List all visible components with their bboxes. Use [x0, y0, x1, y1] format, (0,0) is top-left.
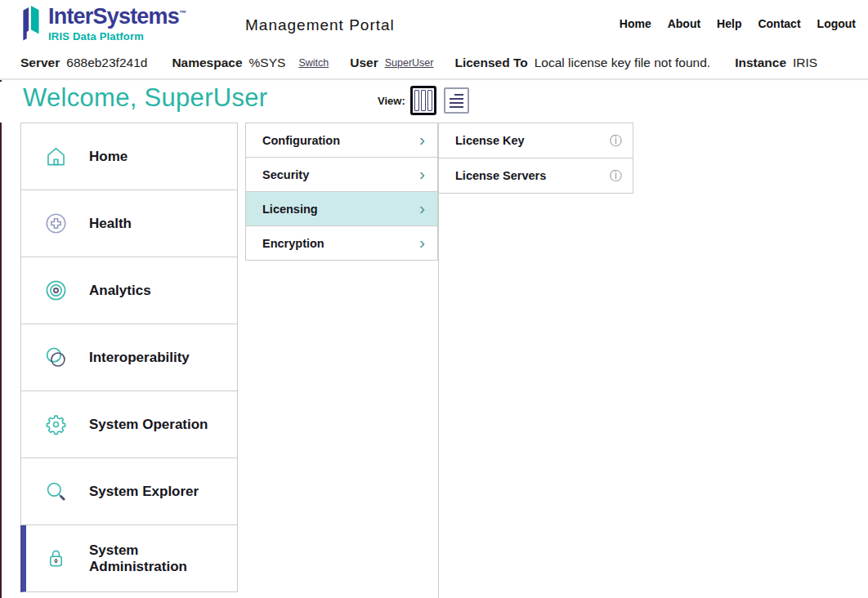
info-icon[interactable]: ⓘ [610, 168, 622, 184]
brand-name: InterSystems™ [48, 6, 186, 28]
sidebar-item-label: System Administration [89, 542, 237, 575]
sidebar-item-label: Analytics [89, 283, 151, 299]
chevron-right-icon: › [419, 131, 425, 148]
sidebar-item-home[interactable]: Home [20, 123, 238, 190]
nav-contact-link[interactable]: Contact [758, 17, 800, 30]
columns-view-icon[interactable] [410, 86, 436, 115]
nav-home-link[interactable]: Home [620, 17, 651, 30]
sidebar-item-system-explorer[interactable]: System Explorer [20, 458, 238, 525]
gear-icon [43, 412, 69, 437]
app-header: InterSystems™ IRIS Data Platform Managem… [0, 0, 868, 47]
namespace-value: %SYS [249, 56, 286, 70]
submenu-item-label: Configuration [262, 134, 340, 147]
brand-tagline: IRIS Data Platform [48, 30, 186, 42]
submenu-item-label: Security [262, 168, 309, 181]
trademark-symbol: ™ [179, 9, 186, 17]
info-icon[interactable]: ⓘ [610, 133, 622, 149]
lock-icon [43, 546, 69, 571]
view-label: View: [378, 95, 405, 107]
list-view-icon[interactable] [444, 87, 469, 114]
sidebar-item-health[interactable]: Health [20, 190, 238, 257]
server-value: 688eb23f241d [66, 56, 147, 70]
top-nav: Home About Help Contact Logout [620, 17, 856, 30]
detail-item-license-servers[interactable]: License Servers ⓘ [439, 158, 633, 194]
namespace-label: Namespace [172, 56, 242, 70]
sidebar-item-label: Interoperability [89, 350, 190, 366]
intersystems-logo-icon [18, 6, 43, 42]
page-title: Management Portal [245, 16, 395, 34]
chevron-right-icon: › [419, 234, 425, 251]
instance-value: IRIS [793, 56, 817, 70]
sidebar-item-system-administration[interactable]: System Administration [20, 525, 238, 592]
nav-about-link[interactable]: About [668, 17, 700, 30]
submenu-item-label: Licensing [262, 203, 318, 216]
sidebar-item-system-operation[interactable]: System Operation [20, 391, 238, 458]
capture-edge-left [0, 80, 2, 598]
sidebar-item-label: Health [89, 216, 132, 232]
user-profile-link[interactable]: SuperUser [385, 57, 434, 69]
main-menu: Home Health Analytics Interopera [20, 123, 238, 592]
server-label: Server [20, 56, 60, 70]
sidebar-item-label: Home [89, 149, 128, 165]
nav-logout-link[interactable]: Logout [817, 17, 856, 30]
welcome-bar: Welcome, SuperUser View: [0, 82, 868, 123]
column-divider [438, 123, 439, 598]
view-controls: View: [378, 86, 469, 115]
health-icon [43, 211, 69, 236]
sidebar-item-label: System Operation [89, 417, 208, 433]
user-label: User [350, 56, 378, 70]
detail-item-label: License Key [455, 134, 525, 147]
analytics-icon [43, 278, 69, 303]
submenu-item-configuration[interactable]: Configuration › [245, 123, 438, 158]
licensing-submenu: License Key ⓘ License Servers ⓘ [439, 123, 633, 194]
licensed-to-value: Local license key file not found. [535, 56, 710, 70]
instance-label: Instance [735, 56, 786, 70]
chevron-right-icon: › [419, 199, 425, 216]
sidebar-item-analytics[interactable]: Analytics [20, 257, 238, 324]
licensed-to-label: Licensed To [454, 56, 527, 70]
magnifier-icon [43, 479, 69, 504]
welcome-heading: Welcome, SuperUser [23, 83, 267, 113]
detail-item-license-key[interactable]: License Key ⓘ [439, 123, 633, 158]
home-icon [43, 144, 69, 169]
sidebar-item-label: System Explorer [89, 484, 199, 500]
administration-submenu: Configuration › Security › Licensing › E… [245, 123, 438, 261]
interoperability-icon [43, 345, 69, 370]
switch-namespace-link[interactable]: Switch [298, 57, 329, 69]
submenu-item-label: Encryption [262, 237, 324, 250]
submenu-item-encryption[interactable]: Encryption › [245, 226, 438, 261]
detail-item-label: License Servers [455, 169, 546, 182]
nav-help-link[interactable]: Help [717, 17, 741, 30]
sidebar-item-interoperability[interactable]: Interoperability [20, 324, 238, 391]
intersystems-logo: InterSystems™ IRIS Data Platform [18, 6, 186, 42]
submenu-item-licensing[interactable]: Licensing › [245, 192, 438, 226]
submenu-item-security[interactable]: Security › [245, 158, 438, 192]
server-info-bar: Server 688eb23f241d Namespace %SYS Switc… [0, 47, 868, 80]
chevron-right-icon: › [419, 165, 425, 182]
